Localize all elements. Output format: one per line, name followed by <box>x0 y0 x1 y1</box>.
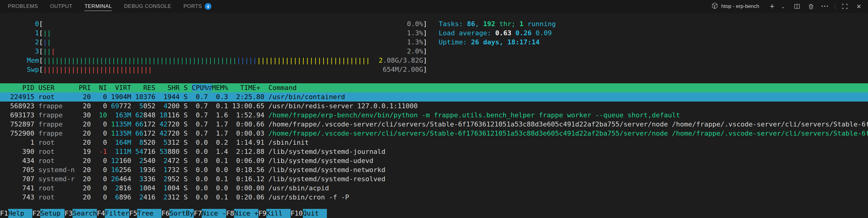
fkey-f5[interactable]: F5Tree <box>129 209 161 218</box>
process-row[interactable]: 390 root 19 -1 111M 54716 53880 S 0.0 1.… <box>0 147 868 156</box>
fkey-f10[interactable]: F10Quit <box>291 209 327 218</box>
more-actions-button[interactable]: ··· <box>821 2 829 11</box>
new-terminal-button[interactable]: + <box>768 2 776 10</box>
fkey-f8[interactable]: F8Nice + <box>226 209 258 218</box>
terminal-viewport[interactable]: Tasks: 86, 192 thr; 1 runningLoad averag… <box>0 13 868 218</box>
terminal-actions: $ htop - erp-bench + ⌄ ··· ✕ <box>711 0 863 13</box>
meter-3: 3[|||2.0%] <box>6 47 427 56</box>
fkey-f6[interactable]: F6SortBy <box>161 209 194 218</box>
fkey-f7[interactable]: F7Nice - <box>194 209 226 218</box>
divider <box>835 3 835 9</box>
process-row[interactable]: 1 root 20 0 164M 8520 5312 S 0.0 0.2 1:1… <box>0 138 868 147</box>
tab-ports[interactable]: PORTS4 <box>183 0 211 13</box>
close-panel-button[interactable]: ✕ <box>855 2 863 11</box>
meter-swp: Swp[|||||||||||||||||||||||||||654M/2.00… <box>6 65 427 74</box>
meter-0: 0[0.0%] <box>6 20 427 29</box>
panel-tabs: PROBLEMSOUTPUTTERMINALDEBUG CONSOLEPORTS… <box>8 0 211 13</box>
process-row[interactable]: 752897 frappe 20 0 1135M 66172 42720 S 0… <box>0 120 868 129</box>
process-row[interactable]: 693173 frappe 30 10 163M 62848 18116 S 0… <box>0 111 868 120</box>
process-row[interactable]: 707 systemd-r 20 0 26464 3336 2952 S 0.0… <box>0 175 868 184</box>
tab-terminal[interactable]: TERMINAL <box>84 0 112 13</box>
terminal-shell-icon: $ <box>711 2 718 11</box>
meter-2: 2[||1.3%] <box>6 38 427 47</box>
chevron-down-icon[interactable]: ⌄ <box>779 2 787 11</box>
htop-function-key-bar: F1Help F2Setup F3SearchF4FilterF5Tree F6… <box>0 209 327 218</box>
process-row[interactable]: 752900 frappe 20 0 1135M 66172 42720 S 0… <box>0 129 868 138</box>
fkey-f3[interactable]: F3Search <box>65 209 97 218</box>
htop-meters: Tasks: 86, 192 thr; 1 runningLoad averag… <box>6 20 868 74</box>
process-row[interactable]: 434 root 20 0 12160 2540 2472 S 0.0 0.1 … <box>0 156 868 166</box>
meter-1: 1[||1.3%] <box>6 29 427 38</box>
process-row[interactable]: 568923 frappe 20 0 69772 5052 4200 S 0.7… <box>0 102 868 111</box>
fkey-f1[interactable]: F1Help <box>0 209 32 218</box>
tab-problems[interactable]: PROBLEMS <box>8 0 38 13</box>
htop-summary: Tasks: 86, 192 thr; 1 runningLoad averag… <box>439 20 556 47</box>
ports-count-badge: 4 <box>205 3 211 10</box>
panel-tabbar: PROBLEMSOUTPUTTERMINALDEBUG CONSOLEPORTS… <box>0 0 868 13</box>
fkey-f9[interactable]: F9Kill <box>258 209 291 218</box>
htop-process-table: PID USER PRI NI VIRT RES SHR S CPU%▽MEM%… <box>0 83 868 202</box>
terminal-title[interactable]: $ htop - erp-bench <box>711 2 759 11</box>
meter-mem: Mem[||||||||||||||||||||||||||||||||||||… <box>6 56 427 65</box>
svg-text:$: $ <box>714 6 715 8</box>
fkey-f4[interactable]: F4Filter <box>97 209 129 218</box>
terminal-title-label: htop - erp-bench <box>721 3 759 9</box>
process-table-header[interactable]: PID USER PRI NI VIRT RES SHR S CPU%▽MEM%… <box>0 83 868 93</box>
process-row[interactable]: 741 root 20 0 2816 1004 1004 S 0.0 0.0 0… <box>0 184 868 193</box>
process-row[interactable]: 743 root 20 0 6896 2416 2312 S 0.0 0.1 0… <box>0 193 868 202</box>
process-row[interactable]: 705 systemd-n 20 0 16256 1936 1732 S 0.0… <box>0 166 868 175</box>
tab-debug-console[interactable]: DEBUG CONSOLE <box>124 0 171 13</box>
process-row[interactable]: 224915 root 20 0 1904M 10376 1944 S 0.7 … <box>0 93 868 102</box>
split-terminal-button[interactable] <box>793 2 801 11</box>
fkey-f2[interactable]: F2Setup <box>32 209 65 218</box>
tab-output[interactable]: OUTPUT <box>50 0 72 13</box>
maximize-panel-button[interactable] <box>841 2 849 11</box>
kill-terminal-button[interactable] <box>807 2 815 11</box>
